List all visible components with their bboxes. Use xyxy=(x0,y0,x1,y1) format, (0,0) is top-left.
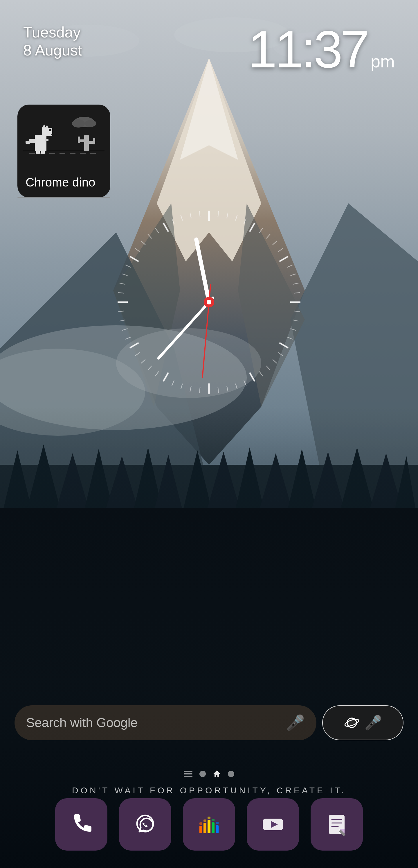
svg-line-120 xyxy=(196,239,209,302)
svg-rect-140 xyxy=(216,822,219,824)
svg-rect-139 xyxy=(212,819,215,821)
svg-marker-51 xyxy=(45,125,49,128)
svg-line-75 xyxy=(244,218,246,224)
dock-notebook[interactable] xyxy=(311,798,363,850)
svg-marker-150 xyxy=(341,835,342,836)
status-area: Tuesday 8 August 11:37 pm xyxy=(0,23,418,77)
dock-whatsapp[interactable] xyxy=(119,798,171,850)
svg-rect-46 xyxy=(36,151,40,154)
svg-line-81 xyxy=(291,274,296,276)
svg-line-110 xyxy=(122,274,127,276)
page-dot-2[interactable] xyxy=(228,771,234,777)
svg-marker-50 xyxy=(42,124,46,128)
date-full: 8 August xyxy=(23,41,82,59)
svg-rect-56 xyxy=(93,138,95,144)
svg-line-106 xyxy=(120,320,125,321)
svg-rect-135 xyxy=(216,825,219,833)
svg-line-86 xyxy=(291,329,296,330)
lens-mic-icon[interactable]: 🎤 xyxy=(364,715,382,731)
svg-line-89 xyxy=(272,359,277,363)
svg-rect-41 xyxy=(35,135,46,151)
svg-line-72 xyxy=(218,211,219,217)
svg-rect-133 xyxy=(207,820,211,833)
svg-line-102 xyxy=(141,359,146,363)
svg-line-101 xyxy=(148,366,152,370)
svg-line-74 xyxy=(235,215,237,220)
svg-point-58 xyxy=(72,119,85,127)
svg-line-108 xyxy=(118,292,124,293)
svg-line-98 xyxy=(181,384,183,389)
page-dot-1[interactable] xyxy=(199,771,206,777)
youtube-icon xyxy=(260,811,286,837)
svg-line-113 xyxy=(141,241,146,245)
svg-rect-42 xyxy=(42,128,52,136)
deezer-icon xyxy=(196,811,222,837)
dock-phone[interactable] xyxy=(55,798,107,850)
search-placeholder: Search with Google xyxy=(26,715,280,730)
svg-line-119 xyxy=(199,211,200,217)
svg-rect-52 xyxy=(84,135,89,151)
svg-line-79 xyxy=(278,248,283,252)
search-mic-icon[interactable]: 🎤 xyxy=(286,714,305,732)
svg-line-70 xyxy=(130,256,138,262)
dino-ground-line xyxy=(18,197,110,197)
dock xyxy=(55,798,363,850)
svg-line-109 xyxy=(120,283,125,284)
svg-rect-43 xyxy=(50,129,52,131)
svg-line-96 xyxy=(199,387,200,393)
svg-rect-131 xyxy=(199,826,202,833)
svg-line-99 xyxy=(172,380,174,385)
svg-line-90 xyxy=(266,366,270,370)
search-area: Search with Google 🎤 🎤 xyxy=(14,705,404,740)
svg-rect-45 xyxy=(45,139,49,141)
lens-icon xyxy=(344,715,360,731)
phone-icon xyxy=(68,811,94,837)
page-indicators xyxy=(184,770,234,778)
svg-point-124 xyxy=(207,300,211,304)
indicator-line xyxy=(184,776,192,777)
svg-line-82 xyxy=(293,283,299,284)
svg-rect-136 xyxy=(199,823,202,825)
clock-svg xyxy=(104,197,314,407)
whatsapp-icon xyxy=(132,811,158,837)
svg-line-80 xyxy=(287,265,292,267)
dino-widget-label: Chrome dino xyxy=(26,176,95,189)
analog-clock xyxy=(104,197,314,407)
page-home-indicator[interactable] xyxy=(213,770,221,778)
svg-line-61 xyxy=(250,223,255,231)
svg-line-95 xyxy=(218,387,219,393)
page-indicator-list xyxy=(184,771,192,777)
svg-line-83 xyxy=(294,292,300,293)
svg-rect-44 xyxy=(52,134,54,135)
svg-line-103 xyxy=(135,352,140,356)
svg-line-62 xyxy=(279,256,288,262)
svg-line-97 xyxy=(190,386,191,392)
svg-line-115 xyxy=(155,228,159,233)
svg-line-88 xyxy=(278,352,283,356)
svg-rect-134 xyxy=(212,823,215,833)
svg-line-73 xyxy=(227,213,228,218)
time-ampm: pm xyxy=(371,52,395,71)
svg-line-84 xyxy=(294,311,300,312)
svg-line-64 xyxy=(279,343,288,348)
svg-line-104 xyxy=(125,337,131,339)
svg-line-78 xyxy=(272,241,277,245)
dino-svg xyxy=(23,113,104,160)
dock-youtube[interactable] xyxy=(247,798,299,850)
svg-line-87 xyxy=(287,337,292,339)
home-indicator-icon xyxy=(213,770,221,778)
svg-line-100 xyxy=(155,372,159,376)
svg-line-65 xyxy=(250,372,255,381)
svg-line-94 xyxy=(227,386,228,392)
chrome-dino-widget[interactable]: Chrome dino xyxy=(18,104,110,197)
time-display: 11:37 pm xyxy=(248,23,395,77)
svg-line-67 xyxy=(163,372,169,381)
svg-line-91 xyxy=(259,372,263,376)
dock-deezer[interactable] xyxy=(183,798,235,850)
lens-search-button[interactable]: 🎤 xyxy=(322,705,404,740)
google-search-bar[interactable]: Search with Google 🎤 xyxy=(14,705,316,740)
svg-line-71 xyxy=(163,223,169,231)
svg-line-76 xyxy=(259,228,263,233)
svg-line-114 xyxy=(148,234,152,239)
svg-rect-49 xyxy=(26,141,30,144)
